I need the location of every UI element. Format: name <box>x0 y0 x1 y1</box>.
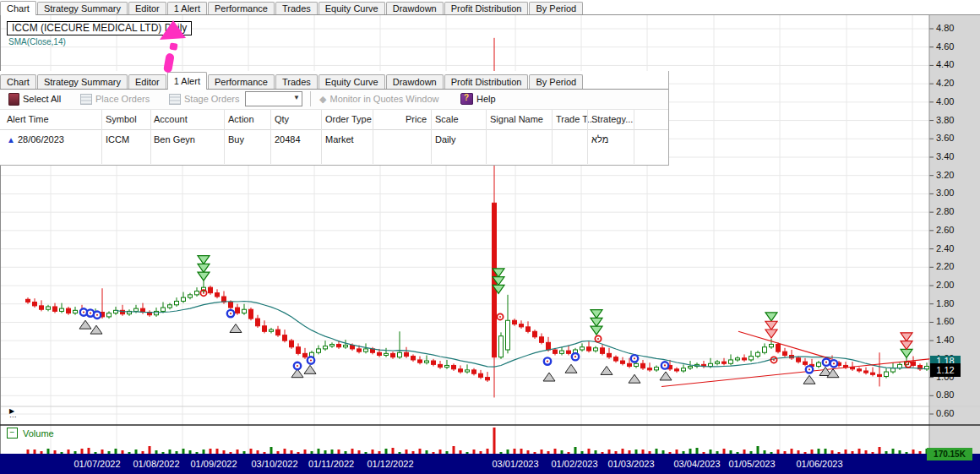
date-tick-label: 03/01/2023 <box>482 454 549 474</box>
stage-orders-icon <box>169 94 181 105</box>
select-all-icon <box>8 93 19 106</box>
column-separator <box>373 110 373 164</box>
app-window: ChartStrategy SummaryEditor1 AlertPerfor… <box>0 0 980 474</box>
column-header-alert_time[interactable]: Alert Time <box>7 114 100 124</box>
tab-profit-distribution[interactable]: Profit Distribution <box>444 74 529 89</box>
alerts-panel: ChartStrategy SummaryEditor1 AlertPerfor… <box>0 71 669 166</box>
tab-1-alert[interactable]: 1 Alert <box>167 2 207 14</box>
select-all-button[interactable]: Select All <box>8 89 61 109</box>
price-tick-label: 2.40 <box>936 243 954 253</box>
column-header-trade_t[interactable]: Trade T... <box>556 114 586 124</box>
price-tick-label: 0.80 <box>936 390 954 400</box>
price-tick-label: 3.80 <box>936 115 954 125</box>
column-header-strategy[interactable]: Strategy... <box>591 114 632 124</box>
tab-performance[interactable]: Performance <box>208 74 275 89</box>
date-tick-label: 01/07/2022 <box>63 454 131 474</box>
tab-performance[interactable]: Performance <box>208 2 275 14</box>
date-tick-label: 01/05/2023 <box>718 454 786 474</box>
column-separator <box>270 110 271 164</box>
price-tick-label: 0.60 <box>936 408 954 418</box>
price-tick-label: 3.20 <box>936 170 954 180</box>
chevron-down-icon: ▼ <box>293 94 300 101</box>
tab-profit-distribution[interactable]: Profit Distribution <box>444 2 529 14</box>
price-tick-label: 4.40 <box>936 59 954 69</box>
column-header-order_type[interactable]: Order Type <box>325 114 373 124</box>
column-header-scale[interactable]: Scale <box>435 114 486 124</box>
alert-pointer-arrow <box>159 18 194 77</box>
tab-strategy-summary[interactable]: Strategy Summary <box>37 74 128 89</box>
price-tick-label: 2.80 <box>936 206 954 216</box>
column-separator <box>224 110 225 164</box>
row-cell-alert_time: ▲28/06/2023 <box>7 134 100 144</box>
column-header-qty[interactable]: Qty <box>275 114 321 124</box>
place-orders-label: Place Orders <box>95 94 150 104</box>
price-tick-label: 1.40 <box>936 335 954 345</box>
tab-chart[interactable]: Chart <box>0 74 36 89</box>
volume-value-badge: 170.15K <box>927 448 972 460</box>
date-tick-label: 01/12/2022 <box>357 454 424 474</box>
row-cell-action: Buy <box>228 134 270 144</box>
column-separator <box>431 110 432 164</box>
tab-equity-curve[interactable]: Equity Curve <box>318 74 385 89</box>
row-cell-strategy: מלא <box>591 134 632 144</box>
row-cell-order_type: Market <box>325 134 373 144</box>
tab-drawdown[interactable]: Drawdown <box>386 2 444 14</box>
row-cell-symbol: ICCM <box>106 134 148 144</box>
place-orders-button[interactable]: Place Orders <box>80 89 150 109</box>
column-separator <box>552 110 553 164</box>
tab-equity-curve[interactable]: Equity Curve <box>318 2 385 14</box>
place-orders-icon <box>80 94 92 105</box>
tab-drawdown[interactable]: Drawdown <box>386 74 444 89</box>
date-tick-label: 01/09/2022 <box>180 454 248 474</box>
table-header-divider <box>0 129 668 130</box>
price-tick-label: 4.20 <box>936 78 954 88</box>
date-axis: 01/07/202201/08/202201/09/202203/10/2022… <box>0 454 980 474</box>
quotes-window-icon: ◆ <box>319 94 326 105</box>
tab-trades[interactable]: Trades <box>275 74 318 89</box>
orders-account-combobox[interactable]: ▼ <box>245 91 302 106</box>
column-separator <box>486 110 487 164</box>
date-tick-label: 01/11/2022 <box>297 454 365 474</box>
price-tick-label: 1.60 <box>936 316 954 326</box>
alerts-panel-tab-bar: ChartStrategy SummaryEditor1 AlertPerfor… <box>0 71 668 90</box>
date-tick-label: 01/03/2023 <box>597 454 665 474</box>
alert-direction-icon: ▲ <box>7 135 15 144</box>
volume-label-text: Volume <box>23 428 54 439</box>
price-tick-label: 3.60 <box>936 133 954 143</box>
prev-price-badge: 1.18 <box>930 356 961 363</box>
volume-pane-label: − Volume <box>7 428 54 439</box>
column-header-action[interactable]: Action <box>228 114 270 124</box>
monitor-quotes-button[interactable]: ◆ Monitor in Quotes Window <box>319 89 438 109</box>
price-tick-label: 2.20 <box>936 261 954 271</box>
tab-chart[interactable]: Chart <box>0 1 36 15</box>
tab-by-period[interactable]: By Period <box>529 74 583 89</box>
tab-strategy-summary[interactable]: Strategy Summary <box>37 2 128 14</box>
tab-trades[interactable]: Trades <box>275 2 318 14</box>
toolbar-separator <box>310 91 311 106</box>
monitor-quotes-label: Monitor in Quotes Window <box>329 94 438 104</box>
prev-price-value: 1.18 <box>936 356 954 363</box>
row-cell-scale: Daily <box>435 134 486 144</box>
tab-editor[interactable]: Editor <box>128 2 166 14</box>
select-all-label: Select All <box>23 94 61 104</box>
expander-dots-icon: ⋯ <box>9 414 16 420</box>
price-tick-label: 4.60 <box>936 41 954 52</box>
help-button[interactable]: ? Help <box>460 89 496 109</box>
collapse-volume-button[interactable]: − <box>7 428 18 439</box>
column-separator <box>587 110 588 164</box>
row-cell-account: Ben Geyn <box>154 134 221 144</box>
tab-by-period[interactable]: By Period <box>529 2 583 14</box>
column-header-account[interactable]: Account <box>154 114 221 124</box>
date-tick-label: 01/06/2023 <box>786 454 853 474</box>
column-header-price[interactable]: Price <box>377 114 427 124</box>
pane-expander-button[interactable]: ▶ ⋯ <box>9 408 16 420</box>
help-label: Help <box>476 94 496 104</box>
price-tick-label: 2.00 <box>936 280 954 290</box>
column-separator <box>634 110 634 164</box>
indicator-label: SMA(Close,14) <box>8 37 66 46</box>
column-header-signal_name[interactable]: Signal Name <box>490 114 552 124</box>
column-header-symbol[interactable]: Symbol <box>106 114 148 124</box>
stage-orders-button[interactable]: Stage Orders <box>169 89 239 109</box>
last-price-badge: 1.12 <box>930 363 961 377</box>
price-tick-label: 2.60 <box>936 225 954 235</box>
